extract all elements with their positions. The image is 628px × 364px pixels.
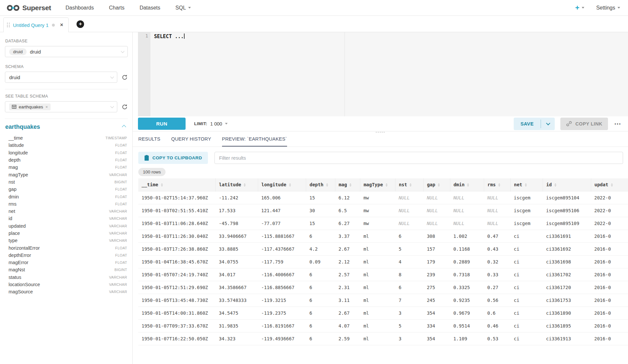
new-query-tab-button[interactable]: +	[77, 20, 84, 28]
table-cell: 0.27	[484, 281, 510, 294]
table-cell: 0.56	[484, 294, 510, 307]
column-header-mag[interactable]: mag	[335, 178, 360, 191]
table-cell: 6	[306, 230, 335, 242]
table-cell: mw	[360, 217, 395, 230]
schema-column: nstBIGINT	[5, 178, 128, 186]
table-cell: 0.7318	[450, 268, 484, 281]
column-header-id[interactable]: id	[543, 178, 591, 191]
sort-icon	[410, 182, 412, 188]
tab-results[interactable]: RESULTS	[138, 136, 160, 147]
close-tab-icon[interactable]: ×	[60, 22, 63, 28]
table-cell: 334	[423, 319, 450, 332]
table-cell: 2.31	[335, 281, 360, 294]
table-cell: 0.9679	[450, 307, 484, 319]
column-header-depth[interactable]: depth	[306, 178, 335, 191]
schema-column-type: BIGINT	[115, 268, 127, 272]
table-cell: 354	[423, 307, 450, 319]
save-options-button[interactable]	[541, 118, 555, 130]
column-header-latitude[interactable]: latitude	[215, 178, 258, 191]
nav-item-datasets[interactable]: Datasets	[140, 5, 160, 11]
table-cell: NULL	[423, 191, 450, 204]
schema-column-name: status	[9, 275, 21, 280]
table-select[interactable]: earthquakes ×	[5, 101, 117, 112]
editor-code-area[interactable]: SELECT ...	[150, 32, 628, 116]
table-cell: 6	[395, 281, 424, 294]
schema-column: magNstBIGINT	[5, 266, 128, 273]
column-header-updat[interactable]: updat	[591, 178, 628, 191]
save-split-button: SAVE	[514, 118, 555, 130]
schema-column: placeVARCHAR	[5, 230, 128, 237]
table-cell: 3	[395, 307, 424, 319]
column-header-nst[interactable]: nst	[395, 178, 424, 191]
new-item-button[interactable]: +	[575, 4, 584, 11]
table-row: 1950-01-03T11:26:30.040Z33.9406667-115.8…	[138, 230, 628, 242]
table-cell: 2016-0	[591, 268, 628, 281]
table-icon	[12, 105, 16, 109]
database-value: druid	[30, 49, 41, 55]
chevron-down-icon	[582, 7, 584, 9]
query-tab[interactable]: Untitled Query 1 ×	[3, 17, 69, 32]
table-cell: 6	[306, 268, 335, 281]
table-cell: mw	[360, 204, 395, 217]
more-options-icon[interactable]: ⋯	[614, 120, 622, 128]
sql-editor[interactable]: 1 SELECT ...	[138, 32, 628, 116]
table-cell: -11.242	[215, 191, 258, 204]
tab-preview-earthquakes[interactable]: PREVIEW: `EARTHQUAKES`	[222, 136, 287, 147]
copy-to-clipboard-button[interactable]: COPY TO CLIPBOARD	[138, 152, 208, 164]
table-row: 1950-01-07T09:37:33.670Z31.9835-116.8191…	[138, 319, 628, 332]
column-header-magType[interactable]: magType	[360, 178, 395, 191]
column-header-rms[interactable]: rms	[484, 178, 510, 191]
table-cell: ci	[510, 281, 543, 294]
column-header-dmin[interactable]: dmin	[450, 178, 484, 191]
settings-menu[interactable]: Settings	[596, 5, 620, 11]
table-row: 1950-01-03T02:51:55.410Z17.533121.447306…	[138, 204, 628, 217]
sort-icon	[554, 182, 556, 188]
table-cell: 34.323	[215, 332, 258, 345]
column-header-gap[interactable]: gap	[423, 178, 450, 191]
nav-item-dashboards[interactable]: Dashboards	[65, 5, 94, 11]
refresh-tables-icon[interactable]	[122, 104, 128, 110]
save-button[interactable]: SAVE	[514, 118, 541, 130]
table-cell: 0.33	[484, 268, 510, 281]
nav-item-sql[interactable]: SQL	[175, 5, 191, 11]
limit-label: LIMIT:	[194, 121, 207, 126]
schema-column-name: type	[9, 238, 17, 243]
superset-brand[interactable]: Superset	[7, 4, 51, 12]
table-cell: NULL	[450, 191, 484, 204]
brand-name: Superset	[22, 4, 51, 12]
column-header-__time[interactable]: __time	[138, 178, 215, 191]
table-cell: 4.2	[306, 242, 335, 255]
column-header-longitude[interactable]: longitude	[258, 178, 306, 191]
tab-query-history[interactable]: QUERY HISTORY	[171, 136, 211, 147]
table-cell: 1950-01-03T11:06:28.640Z	[138, 217, 215, 230]
schema-select[interactable]: druid	[5, 72, 117, 83]
collapse-table-icon[interactable]	[122, 125, 126, 129]
column-header-net[interactable]: net	[510, 178, 543, 191]
table-cell: 0.46	[484, 319, 510, 332]
table-cell: 354	[423, 332, 450, 345]
refresh-schema-icon[interactable]	[122, 74, 128, 80]
drag-handle-icon[interactable]	[7, 23, 10, 27]
table-cell: NULL	[484, 191, 510, 204]
table-row: 1950-01-05T07:24:19.740Z34.017-116.40066…	[138, 268, 628, 281]
schema-column: typeVARCHAR	[5, 237, 128, 244]
schema-column-type: VARCHAR	[109, 209, 127, 213]
table-cell: 2.57	[335, 268, 360, 281]
run-button[interactable]: RUN	[138, 118, 186, 130]
copy-link-button[interactable]: COPY LINK	[560, 118, 608, 130]
remove-table-icon[interactable]: ×	[45, 104, 48, 109]
table-cell: iscgem	[510, 217, 543, 230]
panel-resize-handle[interactable]	[376, 131, 385, 133]
table-row: 1950-01-05T13:45:48.730Z33.5748333-119.3…	[138, 294, 628, 307]
clipboard-icon	[144, 155, 149, 161]
nav-item-charts[interactable]: Charts	[109, 5, 124, 11]
filter-results-input[interactable]	[214, 152, 623, 164]
database-select[interactable]: druid druid	[5, 46, 128, 57]
table-cell: 34.5475	[215, 307, 258, 319]
table-cell: 0.3325	[450, 281, 484, 294]
table-cell: ml	[360, 294, 395, 307]
table-cell: 6	[306, 319, 335, 332]
table-cell: 1950-01-03T17:26:38.860Z	[138, 242, 215, 255]
limit-dropdown[interactable]: LIMIT: 1 000	[194, 121, 228, 126]
table-cell: NULL	[423, 204, 450, 217]
